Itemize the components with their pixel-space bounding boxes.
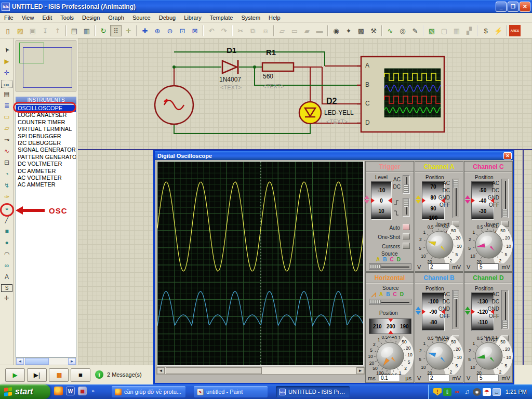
menu-item[interactable]: Graph	[104, 14, 128, 22]
task-paint[interactable]: ✎ untitled - Paint	[194, 386, 268, 397]
menu-item[interactable]: System	[237, 14, 264, 22]
make-device[interactable]: ✦	[343, 25, 354, 36]
channel-a-gain-knob[interactable]: 20105210.50.20.150201052	[415, 225, 464, 263]
separator[interactable]	[477, 25, 478, 36]
instrument-i2c-debugger[interactable]: I2C DEBUGGER	[16, 140, 76, 147]
undo[interactable]: ↶	[206, 25, 217, 36]
buses-mode[interactable]: ≣	[1, 100, 12, 111]
menu-item[interactable]: Design	[78, 14, 104, 22]
property-assignment[interactable]: ✎	[409, 25, 421, 36]
2d-circle-mode[interactable]: ●	[1, 237, 12, 248]
task-firefox[interactable]: cần giúp đỡ về protu...	[112, 386, 185, 397]
separator[interactable]	[95, 25, 96, 36]
tray-corel[interactable]: ∞	[453, 388, 461, 396]
instrument-dc-voltmeter[interactable]: DC VOLTMETER	[16, 161, 76, 167]
design-explorer[interactable]: ▧	[426, 25, 437, 36]
scope-scrollbar-thumb[interactable]	[166, 367, 262, 374]
paste[interactable]: ⧈	[260, 25, 271, 36]
tray-volume[interactable]: ♫	[463, 388, 471, 396]
horizontal-timebase-knob[interactable]: 2001005020105210.50.20.15020105210.5	[366, 336, 415, 375]
subcircuit-mode[interactable]: ▭	[1, 112, 12, 122]
2d-box-mode[interactable]: ■	[1, 226, 12, 236]
new-design[interactable]: ▯	[2, 25, 14, 36]
menu-item[interactable]: Tools	[56, 14, 78, 22]
instrument-ac-voltmeter[interactable]: AC VOLTMETER	[16, 175, 76, 181]
trigger-edge-switch[interactable]	[403, 198, 410, 217]
wire-autorouter[interactable]: ∿	[384, 25, 396, 36]
goto-sheet[interactable]: ▞	[463, 25, 475, 36]
print[interactable]: ▤	[69, 25, 80, 36]
trigger-level-nudge[interactable]	[364, 193, 369, 207]
text-script-mode[interactable]: ▤	[1, 89, 12, 99]
channel-a-gain-value[interactable]: 2	[428, 263, 449, 270]
channel-b-gain-value[interactable]: 2	[428, 375, 449, 381]
junction-dot-mode[interactable]: ✛	[1, 68, 12, 78]
instrument-virtual-terminal[interactable]: VIRTUAL TERMINAL	[16, 126, 76, 132]
channel-d-gain-value[interactable]: 5	[477, 375, 499, 381]
2d-symbol-mode[interactable]: S	[1, 284, 12, 292]
separator[interactable]	[65, 25, 66, 36]
scrollbar-track[interactable]	[24, 358, 68, 365]
quicklaunch-idm[interactable]: ▦	[78, 387, 87, 395]
menu-item[interactable]: Source	[128, 14, 155, 22]
pick-parts[interactable]: ◉	[330, 25, 342, 36]
instrument-dc-ammeter[interactable]: DC AMMETER	[16, 168, 76, 175]
selection-mode[interactable]: ➤	[0, 42, 15, 57]
pause-button[interactable]: ▮▮	[49, 368, 69, 382]
menu-item[interactable]: Library	[180, 14, 206, 22]
import-section[interactable]: ↧	[39, 25, 51, 36]
trigger-source-slider[interactable]	[369, 263, 411, 270]
sidebar-horizontal-scrollbar[interactable]: ◄ ►	[16, 357, 76, 365]
tape-recorder-mode[interactable]: ⊟	[1, 157, 12, 168]
menu-item[interactable]: Edit	[38, 14, 56, 22]
scope-scrollbar-track[interactable]	[165, 367, 356, 374]
scrollbar-thumb[interactable]	[25, 358, 49, 365]
device-pins-mode[interactable]: ⊸	[1, 135, 12, 145]
message-info-icon[interactable]: i	[95, 370, 103, 379]
zoom-out[interactable]: ⊖	[164, 25, 176, 36]
one-shot-button[interactable]	[403, 233, 410, 240]
menu-item[interactable]: File	[0, 14, 18, 22]
d2-ref[interactable]: D2	[326, 97, 337, 106]
schematic-overview-panel[interactable]	[16, 41, 76, 91]
channel-b-gain-knob[interactable]: 20105210.50.20.150201052	[415, 336, 464, 375]
separator[interactable]	[327, 25, 328, 36]
tray-webcam[interactable]: ◉	[473, 388, 481, 396]
2d-marker-mode[interactable]: ✛	[1, 293, 12, 303]
false-origin[interactable]: ✛	[123, 25, 134, 36]
block-delete[interactable]: ▬	[314, 25, 325, 36]
d1-value[interactable]: 1N4007	[219, 76, 241, 83]
start-button[interactable]: start	[0, 384, 50, 399]
minimize-button[interactable]: _	[496, 2, 507, 12]
separator[interactable]	[506, 25, 507, 36]
channel-a-coupling-slider[interactable]	[452, 179, 459, 218]
menu-item[interactable]: Help	[264, 14, 285, 22]
menu-item[interactable]: View	[18, 14, 38, 22]
separator[interactable]	[273, 25, 274, 36]
digital-oscilloscope-window[interactable]: Digital Oscilloscope ✕ ◄ ► Trigger Level…	[153, 150, 514, 384]
separator[interactable]	[136, 25, 137, 36]
trigger-coupling-switch[interactable]	[403, 175, 410, 194]
2d-arc-mode[interactable]: ◠	[1, 249, 12, 259]
export-section[interactable]: ↥	[52, 25, 63, 36]
redraw[interactable]: ↻	[98, 25, 109, 36]
message-count[interactable]: 2 Message(s)	[107, 371, 142, 378]
channel-d-position-nudge[interactable]	[465, 304, 470, 318]
channel-c-gain-value[interactable]: 5	[477, 263, 499, 270]
generator-mode[interactable]: ◔	[1, 169, 12, 179]
tray-security-shield[interactable]: !	[433, 388, 442, 396]
quicklaunch-overflow-chevron[interactable]: »	[90, 387, 96, 395]
component-mode[interactable]: ▶	[1, 56, 12, 66]
separator[interactable]	[203, 25, 204, 36]
bill-of-materials[interactable]: $	[480, 25, 491, 36]
auto-button[interactable]	[403, 224, 410, 230]
save-design[interactable]: ▣	[27, 25, 38, 36]
separator[interactable]	[423, 25, 424, 36]
redo[interactable]: ↷	[218, 25, 230, 36]
electrical-rule-check[interactable]: ⚡	[493, 25, 504, 36]
block-rotate[interactable]: ▰	[301, 25, 313, 36]
channel-d-coupling-slider[interactable]	[501, 290, 509, 329]
2d-text-mode[interactable]: A	[1, 272, 12, 282]
2d-path-mode[interactable]: ∞	[1, 260, 12, 271]
cut[interactable]: ✂	[235, 25, 246, 36]
